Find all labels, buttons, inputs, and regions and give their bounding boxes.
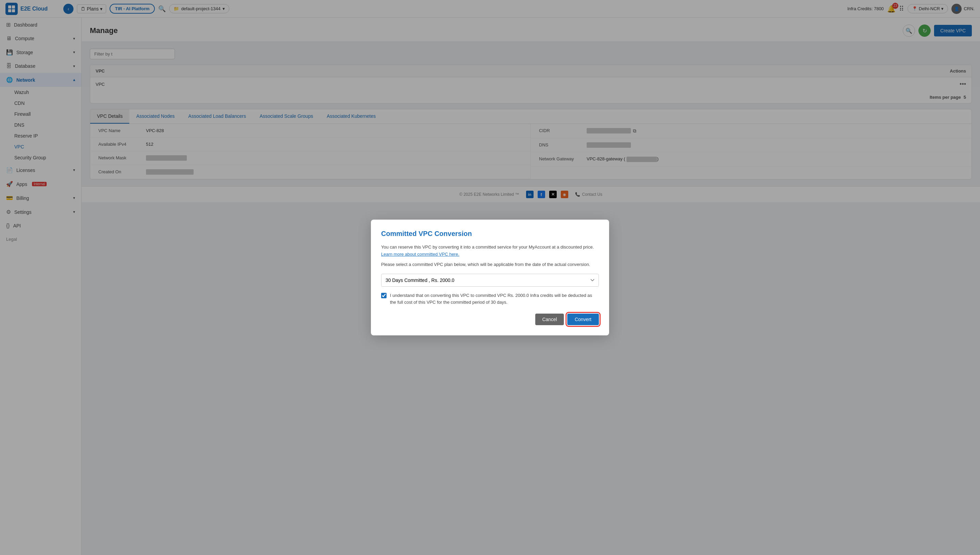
modal-checkbox-row: I understand that on converting this VPC… <box>381 292 599 305</box>
convert-button[interactable]: Convert <box>567 314 599 325</box>
modal-description-1: You can reserve this VPC by converting i… <box>381 244 599 258</box>
modal-actions: Cancel Convert <box>381 314 599 325</box>
understanding-label: I understand that on converting this VPC… <box>390 292 599 305</box>
modal-overlay[interactable]: Committed VPC Conversion You can reserve… <box>0 0 980 555</box>
modal-desc1-text: You can reserve this VPC by converting i… <box>381 244 594 250</box>
understanding-checkbox[interactable] <box>381 293 387 298</box>
vpc-plan-select[interactable]: 30 Days Committed , Rs. 2000.0 <box>381 274 599 287</box>
committed-vpc-modal: Committed VPC Conversion You can reserve… <box>371 220 609 335</box>
modal-description-2: Please select a committed VPC plan below… <box>381 261 599 268</box>
modal-title: Committed VPC Conversion <box>381 230 599 237</box>
cancel-button[interactable]: Cancel <box>535 314 564 325</box>
modal-link[interactable]: Learn more about committed VPC here. <box>381 252 459 257</box>
